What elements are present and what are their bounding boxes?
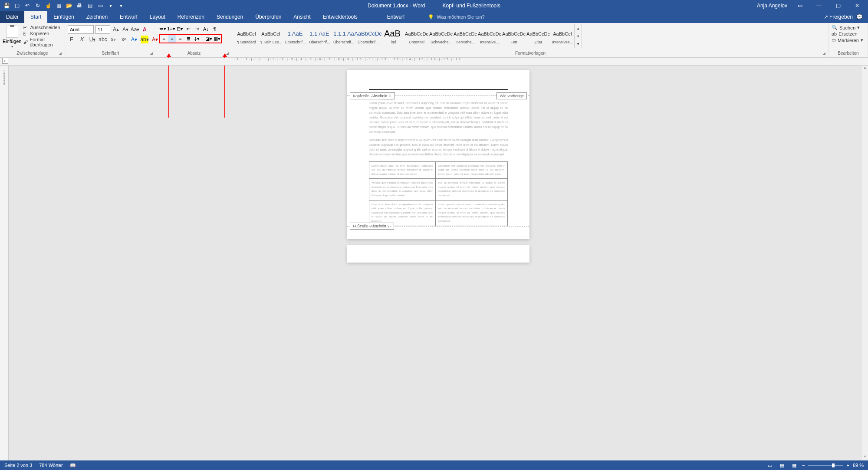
table-cell[interactable]: Excepteur sint occaecat cupidatat non pr… [436, 161, 508, 179]
section-icon[interactable]: ▭ [97, 3, 103, 9]
shading-icon[interactable]: ◪▾ [205, 35, 212, 43]
style-item[interactable]: AaBbCcIIntensives... [551, 24, 574, 48]
page[interactable]: Kopfzeile -Abschnitt 2- Wie vorherige hr… [347, 70, 529, 239]
comments-icon[interactable]: 💬 [856, 14, 863, 20]
zoom-slider[interactable] [808, 465, 843, 466]
page-indicator[interactable]: Seite 2 von 3 [4, 463, 32, 468]
chevron-down-icon[interactable]: ▾ [11, 45, 13, 49]
header-badge[interactable]: Kopfzeile -Abschnitt 2- [350, 92, 395, 99]
align-right-icon[interactable]: ≡ [177, 35, 184, 43]
tab-insert[interactable]: Einfügen [47, 11, 80, 23]
table-cell[interactable]: sed do eiusmod tempor incididunt ut labo… [436, 179, 508, 200]
body-table[interactable]: Lorem ipsum dolor sit amet consectetur a… [369, 161, 508, 226]
print-preview-icon[interactable]: ▦ [56, 3, 62, 9]
scroll-up-icon[interactable]: ▴ [864, 66, 866, 72]
style-item[interactable]: 1.1.1 AaÜberschrif... [332, 24, 355, 48]
bold-button[interactable]: F [68, 36, 76, 43]
vertical-ruler[interactable]: 12345 [0, 66, 9, 460]
horizontal-ruler[interactable]: L ·2·|·1·|···|···|·1·|·2·|·3·|·4·|·5·|·6… [0, 58, 868, 66]
table-cell[interactable]: Duis aute irure dolor in reprehenderit i… [369, 200, 436, 226]
print-icon[interactable]: 🖶 [76, 3, 82, 9]
chevron-down-icon[interactable]: ▾ [108, 3, 114, 9]
line-spacing-icon[interactable]: ‡▾ [193, 35, 201, 43]
read-mode-icon[interactable]: ▭ [766, 462, 774, 469]
table-icon[interactable]: ▤ [87, 3, 93, 9]
tab-review[interactable]: Überprüfen [249, 11, 287, 23]
body-paragraph[interactable]: Duis aute irure dolor in reprehenderit i… [369, 138, 508, 157]
table-cell[interactable]: Lorem ipsum dolor sit amet, consectetur … [436, 200, 508, 226]
chevron-down-icon[interactable]: ▾ [118, 3, 124, 9]
tab-developer[interactable]: Entwicklertools [317, 11, 364, 23]
style-item[interactable]: 1 AaEÜberschrif... [283, 24, 307, 48]
align-center-icon[interactable]: ≡ [168, 35, 176, 43]
italic-button[interactable]: K [78, 36, 86, 43]
minimize-icon[interactable]: — [812, 0, 825, 11]
numbering-icon[interactable]: 1≡▾ [168, 25, 175, 33]
font-name-input[interactable] [68, 25, 94, 34]
zoom-in-icon[interactable]: + [846, 463, 849, 468]
select-button[interactable]: ▭Markieren ▾ [832, 37, 863, 43]
text-effects-icon[interactable]: A▾ [130, 36, 138, 43]
outdent-icon[interactable]: ⇤ [185, 25, 192, 33]
tab-home[interactable]: Start [24, 11, 47, 23]
spellcheck-icon[interactable]: 📖 [70, 463, 76, 468]
table-cell[interactable]: veniam, quis nostrud exercitation ullamc… [369, 179, 436, 200]
subscript-button[interactable]: x₂ [109, 36, 117, 43]
style-item[interactable]: AaBbCcDcSchwache... [429, 24, 453, 48]
borders-icon[interactable]: ▦▾ [213, 35, 220, 43]
justify-icon[interactable]: ≣ [185, 35, 192, 43]
scroll-down-icon[interactable]: ▾ [575, 32, 582, 40]
style-item[interactable]: AaBbCcDcÜberschrif... [356, 24, 380, 48]
share-button[interactable]: ↗ Freigeben [824, 14, 853, 20]
paste-button[interactable]: Einfügen ▾ [3, 24, 21, 49]
undo-icon[interactable]: ↶ [24, 3, 30, 9]
find-button[interactable]: 🔍Suchen ▾ [832, 25, 860, 30]
shrink-font-icon[interactable]: A▾ [122, 26, 129, 33]
ruler-corner[interactable]: L [2, 58, 8, 64]
highlight-icon[interactable]: ab▾ [141, 36, 148, 43]
multilevel-icon[interactable]: ⊟▾ [176, 25, 184, 33]
tell-me-search[interactable]: 💡 Was möchten Sie tun? [411, 11, 484, 23]
style-item[interactable]: AaBbCcDcUntertitel [405, 24, 428, 48]
table-cell[interactable]: Lorem ipsum dolor sit amet consectetur a… [369, 161, 436, 179]
grow-font-icon[interactable]: A▴ [112, 26, 120, 33]
tab-references[interactable]: Referenzen [171, 11, 210, 23]
change-case-icon[interactable]: Aa▾ [131, 26, 139, 33]
tab-draw[interactable]: Zeichnen [80, 11, 114, 23]
dialog-launcher-icon[interactable]: ◢ [822, 51, 828, 56]
strike-button[interactable]: abc [99, 36, 107, 43]
page[interactable] [347, 245, 529, 263]
align-left-icon[interactable]: ≡ [160, 35, 168, 43]
replace-button[interactable]: abErsetzen [832, 31, 858, 36]
close-icon[interactable]: ✕ [851, 0, 864, 11]
style-item[interactable]: AaBbCcI¶ Kein Lee... [259, 24, 283, 48]
maximize-icon[interactable]: ▢ [832, 0, 845, 11]
style-item[interactable]: AaBbCcDcZitat [526, 24, 550, 48]
clear-format-icon[interactable]: A̷ [141, 26, 148, 33]
dialog-launcher-icon[interactable]: ◢ [59, 51, 64, 56]
style-item[interactable]: AaBbCcI¶ Standard [235, 24, 258, 48]
bullets-icon[interactable]: ≔▾ [159, 25, 166, 33]
tab-header-design[interactable]: Entwurf [381, 11, 411, 23]
style-item[interactable]: AaBbCcDcFett [502, 24, 526, 48]
web-layout-icon[interactable]: ▦ [790, 462, 799, 469]
style-item[interactable]: 1.1 AaEÜberschrif... [308, 24, 331, 48]
superscript-button[interactable]: x² [120, 36, 128, 43]
indent-icon[interactable]: ⇥ [194, 25, 201, 33]
tab-file[interactable]: Datei [0, 11, 24, 23]
vertical-scrollbar[interactable]: ▴ ▾ [862, 66, 868, 460]
underline-button[interactable]: U▾ [89, 36, 96, 43]
header-prev-badge[interactable]: Wie vorherige [496, 92, 527, 99]
styles-gallery[interactable]: AaBbCcI¶ StandardAaBbCcI¶ Kein Lee...1 A… [235, 24, 574, 48]
word-count[interactable]: 784 Wörter [39, 463, 62, 468]
print-layout-icon[interactable]: ▤ [778, 462, 786, 469]
save-icon[interactable]: 💾 [3, 3, 10, 9]
dialog-launcher-icon[interactable]: ◢ [150, 51, 155, 56]
redo-icon[interactable]: ↻ [35, 3, 41, 9]
scroll-up-icon[interactable]: ▴ [575, 24, 582, 32]
zoom-level[interactable]: 69 % [853, 463, 864, 468]
copy-button[interactable]: ⎘Kopieren [23, 31, 62, 36]
sort-icon[interactable]: A↓ [202, 25, 210, 33]
touch-icon[interactable]: ☝ [45, 3, 51, 9]
tab-design[interactable]: Entwurf [114, 11, 144, 23]
